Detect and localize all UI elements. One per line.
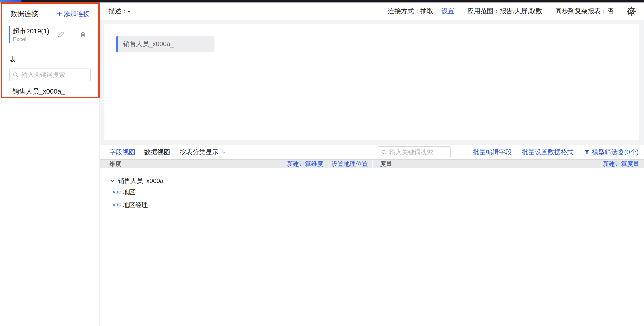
tab-field-view[interactable]: 字段视图 <box>109 148 135 157</box>
gear-icon <box>626 7 636 16</box>
dimension-fields-area: 销售人员_x000a_ ABC 地区 ABC 地区经理 <box>100 168 644 326</box>
search-icon <box>13 71 19 78</box>
add-connection-label: 添加连接 <box>64 10 90 18</box>
group-display-label: 按表分类显示 <box>180 148 218 157</box>
connection-item[interactable]: 超市2019(1) Excel <box>9 26 90 43</box>
chevron-down-icon <box>221 149 226 155</box>
connection-mode-text: 连接方式：抽取 <box>388 7 433 16</box>
data-connection-sidebar: 数据连接 添加连接 超市2019(1) Excel <box>0 3 100 326</box>
batch-set-format-link[interactable]: 批量设置数据格式 <box>522 148 574 157</box>
delete-connection-button[interactable] <box>80 31 86 38</box>
group-display-dropdown[interactable]: 按表分类显示 <box>180 148 226 157</box>
tables-section-label: 表 <box>10 55 100 64</box>
text-type-icon: ABC <box>112 190 123 195</box>
dimension-header-label: 维度 <box>109 160 122 168</box>
fields-toolbar: 字段视图 数据视图 按表分类显示 批 <box>100 145 644 159</box>
field-row[interactable]: ABC 地区 <box>112 186 644 199</box>
selected-indicator <box>9 26 10 43</box>
model-canvas-background: 销售人员_x000a_ <box>100 20 644 145</box>
field-name: 地区 <box>123 188 135 197</box>
settings-link[interactable]: 设置 <box>442 7 454 16</box>
sidebar-table-item[interactable]: 销售人员_x000a_ <box>12 87 100 96</box>
table-node-accent <box>116 36 118 52</box>
chevron-down-icon <box>109 178 115 184</box>
search-icon <box>381 149 387 155</box>
sidebar-title: 数据连接 <box>10 9 38 19</box>
add-connection-button[interactable]: 添加连接 <box>56 10 90 18</box>
model-settings-button[interactable] <box>626 7 636 16</box>
text-type-icon: ABC <box>112 203 123 207</box>
model-filter-button[interactable]: 模型筛选器(0个) <box>584 148 639 157</box>
sync-text: 同步到复杂报表：否 <box>555 7 614 16</box>
dimension-measure-header: 维度 新建计算维度 设置地理位置 度量 新建计算度量 <box>100 159 644 168</box>
connection-name: 超市2019(1) <box>13 27 57 36</box>
plus-icon <box>56 11 62 17</box>
field-row[interactable]: ABC 地区经理 <box>112 199 644 211</box>
measure-header-cell: 度量 新建计算度量 <box>373 160 644 168</box>
table-group-row[interactable]: 销售人员_x000a_ <box>109 176 644 186</box>
table-node[interactable]: 销售人员_x000a_ <box>116 36 214 52</box>
progress-indicator <box>0 0 22 3</box>
fields-search-input[interactable] <box>389 149 447 156</box>
pencil-icon <box>57 31 64 39</box>
table-node-label: 销售人员_x000a_ <box>123 40 174 49</box>
new-calc-dimension-link[interactable]: 新建计算维度 <box>287 160 323 168</box>
new-calc-measure-link[interactable]: 新建计算度量 <box>603 160 639 168</box>
table-group-label: 销售人员_x000a_ <box>118 177 167 185</box>
field-name: 地区经理 <box>123 201 148 209</box>
model-header-bar: 描述：- 连接方式：抽取 设置 应用范围：报告,大屏,取数 同步到复杂报表：否 <box>100 3 644 20</box>
fields-search[interactable] <box>378 146 450 158</box>
fields-panel: 字段视图 数据视图 按表分类显示 批 <box>100 145 644 326</box>
batch-edit-fields-link[interactable]: 批量编辑字段 <box>473 148 512 157</box>
connection-type: Excel <box>13 36 57 43</box>
tab-data-view[interactable]: 数据视图 <box>144 148 170 157</box>
scope-text: 应用范围：报告,大屏,取数 <box>467 7 542 16</box>
sidebar-search[interactable] <box>9 69 91 81</box>
model-filter-label: 模型筛选器(0个) <box>592 148 639 157</box>
dimension-header-cell: 维度 新建计算维度 设置地理位置 <box>100 160 373 168</box>
measure-header-label: 度量 <box>380 160 392 168</box>
model-canvas[interactable]: 销售人员_x000a_ <box>104 24 639 140</box>
edit-connection-button[interactable] <box>57 31 64 39</box>
description-text: 描述：- <box>108 7 130 16</box>
funnel-icon <box>584 149 590 155</box>
sidebar-search-input[interactable] <box>22 71 87 78</box>
set-geo-link[interactable]: 设置地理位置 <box>332 160 368 168</box>
top-progress-bar <box>0 0 644 3</box>
trash-icon <box>80 31 86 38</box>
